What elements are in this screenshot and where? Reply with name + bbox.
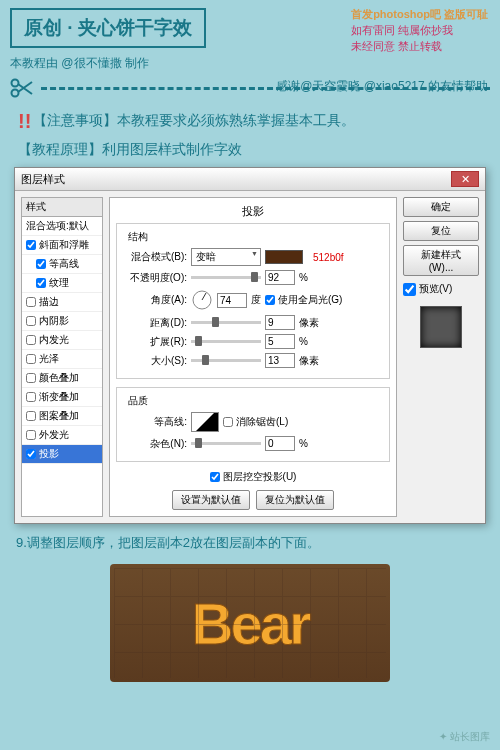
opacity-unit: % — [299, 272, 308, 283]
preview-label: 预览(V) — [419, 282, 452, 296]
structure-label: 结构 — [125, 230, 151, 244]
style-checkbox[interactable] — [26, 297, 36, 307]
top-right-notes: 首发photoshop吧 盗版可耻 如有雷同 纯属你抄我 未经同意 禁止转载 — [351, 6, 488, 54]
blend-mode-label: 混合模式(B): — [125, 250, 187, 264]
color-swatch[interactable] — [265, 250, 303, 264]
distance-label: 距离(D): — [125, 316, 187, 330]
style-item-7[interactable]: 光泽 — [22, 350, 102, 369]
antialias-label: 消除锯齿(L) — [236, 415, 288, 429]
contour-label: 等高线: — [125, 415, 187, 429]
close-button[interactable]: ✕ — [451, 171, 479, 187]
noise-input[interactable]: 0 — [265, 436, 295, 451]
spread-slider[interactable] — [191, 340, 261, 343]
spread-input[interactable]: 5 — [265, 334, 295, 349]
style-checkbox[interactable] — [26, 392, 36, 402]
style-checkbox[interactable] — [26, 335, 36, 345]
style-item-9[interactable]: 渐变叠加 — [22, 388, 102, 407]
style-item-label: 颜色叠加 — [39, 371, 79, 385]
layer-style-dialog: 图层样式 ✕ 样式 混合选项:默认斜面和浮雕等高线纹理描边内阴影内发光光泽颜色叠… — [14, 167, 486, 524]
preview-thumbnail — [420, 306, 462, 348]
bear-text: Bear — [192, 590, 309, 657]
style-item-8[interactable]: 颜色叠加 — [22, 369, 102, 388]
style-item-2[interactable]: 等高线 — [22, 255, 102, 274]
style-item-0[interactable]: 混合选项:默认 — [22, 217, 102, 236]
credits-line: 感谢@天空霞晓 @xiao5217 的友情帮助 — [276, 78, 488, 95]
exclaim-icon: !! — [18, 110, 31, 133]
style-checkbox[interactable] — [26, 316, 36, 326]
hex-value: 512b0f — [313, 252, 344, 263]
author-line: 本教程由 @很不懂撒 制作 — [0, 53, 500, 78]
style-checkbox[interactable] — [26, 373, 36, 383]
antialias-checkbox[interactable] — [223, 417, 233, 427]
style-item-12[interactable]: 投影 — [22, 445, 102, 464]
style-item-3[interactable]: 纹理 — [22, 274, 102, 293]
scissors-icon — [10, 78, 36, 98]
noise-label: 杂色(N): — [125, 437, 187, 451]
opacity-input[interactable]: 92 — [265, 270, 295, 285]
style-item-1[interactable]: 斜面和浮雕 — [22, 236, 102, 255]
style-checkbox[interactable] — [36, 278, 46, 288]
knockout-label: 图层挖空投影(U) — [223, 470, 297, 484]
style-item-label: 渐变叠加 — [39, 390, 79, 404]
angle-dial[interactable] — [191, 289, 213, 311]
style-item-5[interactable]: 内阴影 — [22, 312, 102, 331]
style-item-label: 外发光 — [39, 428, 69, 442]
cancel-button[interactable]: 复位 — [403, 221, 479, 241]
noise-slider[interactable] — [191, 442, 261, 445]
angle-input[interactable]: 74 — [217, 293, 247, 308]
style-checkbox[interactable] — [26, 411, 36, 421]
result-preview: Bear — [110, 564, 390, 682]
style-item-4[interactable]: 描边 — [22, 293, 102, 312]
style-item-label: 斜面和浮雕 — [39, 238, 89, 252]
angle-label: 角度(A): — [125, 293, 187, 307]
style-item-10[interactable]: 图案叠加 — [22, 407, 102, 426]
opacity-label: 不透明度(O): — [125, 271, 187, 285]
styles-list: 样式 混合选项:默认斜面和浮雕等高线纹理描边内阴影内发光光泽颜色叠加渐变叠加图案… — [21, 197, 103, 517]
style-item-label: 投影 — [39, 447, 59, 461]
quality-label: 品质 — [125, 394, 151, 408]
tutorial-title: 原创 · 夹心饼干字效 — [10, 8, 206, 48]
style-checkbox[interactable] — [36, 259, 46, 269]
panel-title: 投影 — [116, 204, 390, 219]
principle-line: 【教程原理】利用图层样式制作字效 — [18, 141, 482, 159]
step-text: 9.调整图层顺序，把图层副本2放在图层副本的下面。 — [0, 524, 500, 558]
style-item-label: 内发光 — [39, 333, 69, 347]
preview-checkbox[interactable] — [403, 283, 416, 296]
ok-button[interactable]: 确定 — [403, 197, 479, 217]
style-checkbox[interactable] — [26, 240, 36, 250]
styles-list-header: 样式 — [22, 198, 102, 217]
global-light-checkbox[interactable] — [265, 295, 275, 305]
style-checkbox[interactable] — [26, 449, 36, 459]
style-item-label: 混合选项:默认 — [26, 219, 89, 233]
style-item-label: 描边 — [39, 295, 59, 309]
style-item-6[interactable]: 内发光 — [22, 331, 102, 350]
size-input[interactable]: 13 — [265, 353, 295, 368]
svg-point-1 — [12, 90, 19, 97]
style-checkbox[interactable] — [26, 354, 36, 364]
distance-slider[interactable] — [191, 321, 261, 324]
opacity-slider[interactable] — [191, 276, 261, 279]
style-item-label: 图案叠加 — [39, 409, 79, 423]
global-light-label: 使用全局光(G) — [278, 293, 342, 307]
knockout-checkbox[interactable] — [210, 472, 220, 482]
distance-input[interactable]: 9 — [265, 315, 295, 330]
set-default-button[interactable]: 设置为默认值 — [172, 490, 250, 510]
size-label: 大小(S): — [125, 354, 187, 368]
svg-point-0 — [12, 80, 19, 87]
watermark: ✦ 站长图库 — [439, 730, 490, 744]
reset-default-button[interactable]: 复位为默认值 — [256, 490, 334, 510]
new-style-button[interactable]: 新建样式(W)... — [403, 245, 479, 276]
style-item-label: 内阴影 — [39, 314, 69, 328]
style-item-label: 等高线 — [49, 257, 79, 271]
style-checkbox[interactable] — [26, 430, 36, 440]
notice-line: !!【注意事项】本教程要求必须炼熟练掌握基本工具。 — [18, 110, 482, 133]
blend-mode-select[interactable]: 变暗 — [191, 248, 261, 266]
contour-picker[interactable] — [191, 412, 219, 432]
style-item-label: 光泽 — [39, 352, 59, 366]
style-item-label: 纹理 — [49, 276, 69, 290]
size-slider[interactable] — [191, 359, 261, 362]
dialog-title: 图层样式 — [21, 172, 65, 187]
style-item-11[interactable]: 外发光 — [22, 426, 102, 445]
spread-label: 扩展(R): — [125, 335, 187, 349]
